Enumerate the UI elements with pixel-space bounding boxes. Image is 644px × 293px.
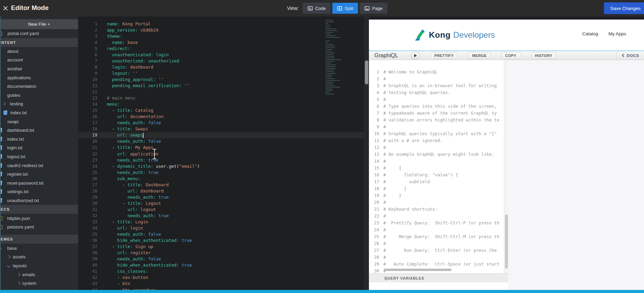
sidebar-item-applications[interactable]: applications [0, 73, 78, 82]
query-line-7[interactable]: 7# typeaheads aware of the current Graph… [369, 109, 508, 116]
code-line-41[interactable]: 41 css_classes: [78, 268, 364, 274]
code-line-22[interactable]: 22 url: application [78, 151, 364, 157]
query-line-16[interactable]: 16# field(arg: "value") { [369, 171, 508, 178]
nav-item-my-apps[interactable]: My Apps [608, 31, 626, 36]
code-line-28[interactable]: 28 url: dashboard [78, 188, 364, 194]
sidebar-item-register-txt[interactable]: register.txt [0, 170, 78, 179]
code-line-18[interactable]: 18 - title: Swapi [78, 126, 364, 132]
query-line-14[interactable]: 14# [369, 157, 508, 164]
view-code-button[interactable]: Code [303, 3, 331, 14]
query-line-13[interactable]: 13# An example GraphQL query might look … [369, 151, 508, 157]
query-line-19[interactable]: 19# } [369, 192, 508, 199]
query-line-22[interactable]: 22# [369, 212, 508, 219]
query-line-25[interactable]: 25# Merge Query: Shift-Ctrl-M (or press … [369, 233, 508, 240]
code-line-16[interactable]: 16 url: documentation [78, 114, 364, 120]
nav-item-catalog[interactable]: Catalog [582, 31, 598, 36]
merge-button[interactable]: MERGE [468, 52, 490, 59]
copy-button[interactable]: COPY [501, 52, 520, 59]
query-line-6[interactable]: 6# Type queries into this side of the sc… [369, 103, 508, 109]
code-line-43[interactable]: 43 - btn [78, 281, 364, 287]
code-line-37[interactable]: 37 - title: Sign up [78, 244, 364, 250]
code-line-36[interactable]: 36 hide_when_authenticated: true [78, 237, 364, 244]
code-line-40[interactable]: 40 hide_when_authenticated: true [78, 262, 364, 268]
query-line-24[interactable]: 24# [369, 226, 508, 233]
code-line-31[interactable]: 31 url: logout [78, 206, 364, 212]
query-line-27[interactable]: 27# Run Query: Ctrl-Enter (or press the [369, 247, 508, 254]
query-line-15[interactable]: 15# { [369, 164, 508, 171]
sidebar-item-portal-conf-yaml[interactable]: portal.conf.yaml [0, 29, 78, 38]
sidebar-item-about[interactable]: about [0, 47, 78, 56]
code-line-24[interactable]: 24 - dynamic_title: user.get("email") [78, 163, 364, 169]
query-line-9[interactable]: 9# [369, 123, 508, 130]
editor-minimap[interactable] [325, 20, 343, 95]
code-line-7[interactable]: 7 unauthorized: unauthorized [78, 58, 364, 64]
code-line-30[interactable]: 30 - title: Logout [78, 200, 364, 206]
query-line-26[interactable]: 26# [369, 240, 508, 247]
sidebar-item-testing[interactable]: testing [0, 99, 78, 108]
graphiql-query-editor[interactable]: 1# Welcome to GraphiQL2#3# GraphiQL is a… [369, 60, 508, 273]
query-line-17[interactable]: 17# subField [369, 178, 508, 185]
sidebar-item-httpbin-json[interactable]: httpbin.json [0, 214, 78, 223]
sidebar-item-petstore-yaml[interactable]: petstore.yaml [0, 223, 78, 232]
code-line-4[interactable]: 4 name: base [78, 39, 364, 45]
execute-query-button[interactable] [411, 52, 420, 59]
sidebar-item-assets[interactable]: assets [0, 253, 78, 261]
code-line-11[interactable]: 11 pending_email_verification: '' [78, 82, 364, 89]
code-line-15[interactable]: 15 - title: Catalog [78, 107, 364, 114]
code-line-25[interactable]: 25 needs_auth: true [78, 169, 364, 175]
code-line-33[interactable]: 33 - title: Login [78, 219, 364, 225]
sidebar-item-emails[interactable]: emails [0, 270, 78, 279]
save-changes-button[interactable]: Save Changes [604, 2, 644, 14]
sidebar-item-another[interactable]: another [0, 65, 78, 73]
code-line-39[interactable]: 39 needs_auth: false [78, 256, 364, 262]
query-vscrollbar[interactable] [504, 60, 508, 273]
docs-tab[interactable]: DOCS [617, 52, 644, 59]
query-line-18[interactable]: 18# } [369, 185, 508, 192]
editor-scrollbar-thumb[interactable] [365, 60, 368, 84]
code-line-10[interactable]: 10 pending_approval: '' [78, 76, 364, 82]
code-line-14[interactable]: 14menu: [78, 101, 364, 107]
history-button[interactable]: HISTORY [531, 52, 556, 59]
sidebar-item-dashboard-txt[interactable]: dashboard.txt [0, 126, 78, 135]
query-line-20[interactable]: 20# [369, 199, 508, 206]
kong-logo[interactable]: Kong Developers [413, 28, 495, 42]
sidebar-item-system[interactable]: system [0, 279, 78, 288]
query-line-10[interactable]: 10# GraphQL queries typically start with… [369, 130, 508, 137]
query-line-2[interactable]: 2# [369, 75, 508, 82]
code-line-38[interactable]: 38 url: register [78, 250, 364, 256]
close-icon[interactable] [3, 5, 8, 11]
sidebar-item-swapi[interactable]: swapi [0, 117, 78, 126]
code-line-13[interactable]: 13# main menu [78, 95, 364, 101]
sidebar-item-account[interactable]: account [0, 56, 78, 65]
query-line-1[interactable]: 1# Welcome to GraphiQL [369, 68, 508, 75]
query-line-28[interactable]: 28# [369, 254, 508, 260]
editor-scrollbar[interactable] [364, 16, 369, 293]
query-line-23[interactable]: 23# Prettify Query: Shift-Ctrl-P (or pre… [369, 219, 508, 226]
code-line-9[interactable]: 9 logout: '' [78, 70, 364, 76]
new-file-button[interactable]: New File + [0, 19, 78, 29]
code-line-27[interactable]: 27 - title: Dashboard [78, 181, 364, 188]
sidebar-item-logout-txt[interactable]: logout.txt [0, 152, 78, 161]
code-line-19[interactable]: 19 url: swapi [78, 132, 364, 138]
query-line-8[interactable]: 8# validation errors highlighted within … [369, 116, 508, 123]
code-line-23[interactable]: 23 needs_auth: true [78, 157, 364, 163]
yaml-code-editor[interactable]: 1name: Kong Portal2app_version: c6d6b243… [78, 16, 364, 293]
query-line-11[interactable]: 11# with a # are ignored. [369, 137, 508, 144]
view-split-button[interactable]: Split [332, 3, 358, 14]
query-hscrollbar-thumb[interactable] [384, 269, 451, 271]
sidebar-item-documentation[interactable]: documentation [0, 82, 78, 91]
code-line-8[interactable]: 8 login: dashboard [78, 64, 364, 70]
code-line-21[interactable]: 21 - title: My Apps [78, 144, 364, 151]
sidebar-item-unauthorized-txt[interactable]: unauthorized.txt [0, 196, 78, 205]
code-line-5[interactable]: 5redirect: [78, 45, 364, 51]
sidebar-item-settings-txt[interactable]: settings.txt [0, 187, 78, 196]
code-line-35[interactable]: 35 needs_auth: false [78, 231, 364, 237]
sidebar-item-login-txt[interactable]: login.txt [0, 143, 78, 152]
sidebar-item-oauth2-redirect-txt[interactable]: oauth2-redirect.txt [0, 161, 78, 170]
code-line-3[interactable]: 3theme: [78, 33, 364, 39]
sidebar-item-layouts[interactable]: layouts [0, 261, 78, 270]
code-line-17[interactable]: 17 needs_auth: false [78, 120, 364, 126]
prettify-button[interactable]: PRETTIFY [431, 52, 457, 59]
code-line-6[interactable]: 6 unauthenticated: login [78, 51, 364, 58]
query-line-4[interactable]: 4# testing GraphQL queries. [369, 89, 508, 96]
